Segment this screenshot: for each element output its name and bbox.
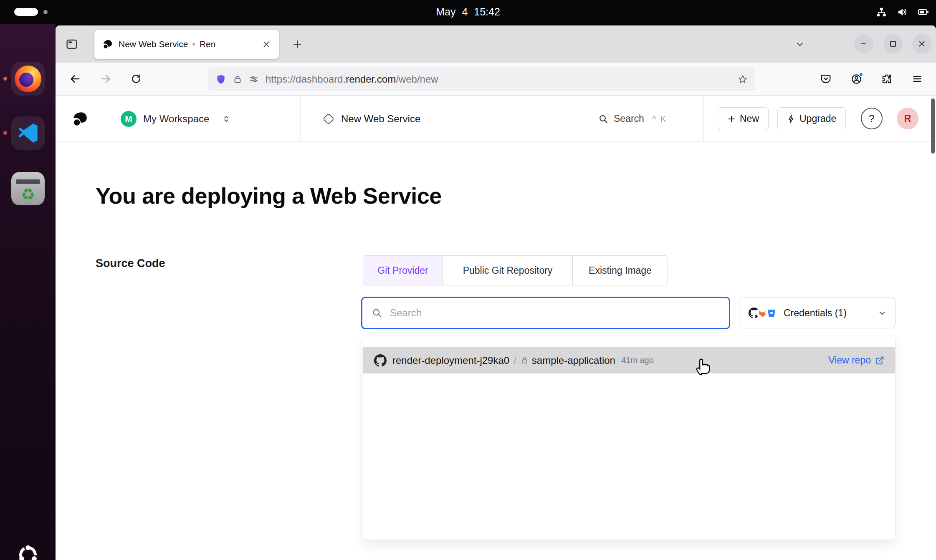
credentials-dropdown[interactable]: Credentials (1): [739, 298, 896, 328]
lightning-bolt-icon: [787, 114, 795, 124]
window-maximize-button[interactable]: [883, 34, 903, 53]
url-bar[interactable]: https://dashboard.render.com/web/new: [208, 67, 755, 91]
credentials-label: Credentials (1): [784, 308, 847, 319]
volume-icon[interactable]: [897, 7, 908, 18]
user-avatar[interactable]: R: [897, 108, 918, 129]
browser-window: New Web Service•Ren: [56, 25, 936, 560]
dock-firefox-icon[interactable]: [11, 62, 45, 96]
tab-title-fade: [232, 39, 254, 49]
dock-ubuntu-icon[interactable]: [11, 538, 45, 560]
source-tabs: Git Provider Public Git Repository Exist…: [363, 255, 668, 285]
tab-strip: New Web Service•Ren: [56, 25, 936, 63]
maximize-icon: [889, 40, 897, 48]
workspace-name: My Workspace: [143, 113, 209, 125]
render-dashboard: M My Workspace New Web Service Search ^ …: [56, 96, 936, 560]
activities-indicator[interactable]: [14, 8, 38, 16]
desktop: May 4 15:42 ♻: [0, 0, 936, 560]
repo-list-panel: render-deployment-j29ka0 / sample-applic…: [363, 336, 896, 540]
search-icon: [372, 308, 382, 318]
chevron-up-down-icon: [222, 114, 231, 124]
header-divider: [703, 96, 704, 142]
tracking-protection-shield-icon[interactable]: [215, 74, 226, 85]
ubuntu-logo: [15, 542, 40, 560]
menu-button[interactable]: [908, 69, 927, 88]
close-icon: [918, 40, 926, 48]
repo-search-input[interactable]: [389, 307, 720, 319]
account-notification-dot: [859, 72, 863, 77]
system-top-bar: May 4 15:42: [0, 0, 936, 24]
chevron-down-icon: [796, 40, 804, 48]
battery-icon[interactable]: [918, 7, 929, 18]
permissions-icon[interactable]: [249, 74, 259, 84]
account-button[interactable]: [847, 69, 866, 88]
service-type-icon: [323, 113, 334, 124]
window-close-button[interactable]: [912, 34, 931, 53]
navigation-toolbar: https://dashboard.render.com/web/new: [56, 63, 936, 96]
scrollbar-thumb[interactable]: [931, 98, 935, 154]
github-icon: [374, 354, 387, 367]
pocket-icon: [820, 73, 831, 84]
page-title: New Web Service: [341, 113, 420, 125]
hamburger-icon: [912, 73, 923, 84]
bitbucket-icon: [765, 307, 778, 319]
new-button[interactable]: New: [718, 107, 769, 130]
browser-tab[interactable]: New Web Service•Ren: [94, 30, 279, 59]
page-body: You are deploying a Web Service Source C…: [56, 142, 936, 560]
tab-public-git-repository[interactable]: Public Git Repository: [443, 255, 573, 285]
reload-button[interactable]: [126, 69, 146, 88]
repo-list-item[interactable]: render-deployment-j29ka0 / sample-applic…: [363, 347, 895, 373]
arrow-left-icon: [69, 73, 81, 85]
tab-close-button[interactable]: [260, 38, 273, 51]
repo-updated-time: 41m ago: [621, 356, 654, 365]
render-logo[interactable]: [56, 96, 105, 142]
render-favicon: [103, 39, 113, 49]
list-tabs-button[interactable]: [790, 35, 810, 54]
search-shortcut: ^ K: [652, 114, 667, 124]
dock-trash-icon[interactable]: ♻: [11, 172, 45, 205]
view-repo-link[interactable]: View repo: [828, 355, 884, 366]
recycle-icon: ♻: [21, 187, 35, 202]
repo-name: sample-application: [532, 355, 615, 366]
workspace-selector[interactable]: M My Workspace: [121, 96, 231, 142]
new-button-label: New: [740, 113, 759, 124]
dock: ♻: [0, 24, 56, 560]
tab-git-provider[interactable]: Git Provider: [363, 255, 443, 285]
firefox-running-dot: [3, 77, 7, 81]
lock-icon[interactable]: [233, 75, 242, 84]
tab-title: New Web Service•Ren: [119, 39, 254, 49]
upgrade-button-label: Upgrade: [799, 113, 836, 124]
chevron-down-icon: [878, 308, 887, 318]
pocket-button[interactable]: [816, 69, 835, 88]
global-search-button[interactable]: Search ^ K: [598, 96, 667, 142]
close-icon: [263, 41, 270, 48]
puzzle-icon: [881, 73, 892, 84]
back-button[interactable]: [66, 69, 85, 88]
repo-search-box: [361, 297, 730, 329]
system-clock[interactable]: May 4 15:42: [436, 0, 500, 24]
system-tray: [876, 0, 929, 24]
dock-vscode-icon[interactable]: [11, 116, 45, 150]
page-heading: You are deploying a Web Service: [96, 183, 442, 209]
tab-existing-image[interactable]: Existing Image: [572, 255, 668, 285]
search-icon: [598, 114, 608, 124]
search-label: Search: [614, 113, 644, 124]
extensions-button[interactable]: [877, 69, 896, 88]
forward-button[interactable]: [96, 69, 115, 88]
provider-icons: [748, 307, 778, 319]
upgrade-button[interactable]: Upgrade: [777, 107, 846, 130]
bookmark-star-icon[interactable]: [738, 74, 748, 84]
workspace-dot: [43, 10, 48, 14]
network-icon[interactable]: [876, 7, 887, 18]
help-button[interactable]: ?: [861, 108, 883, 129]
plus-icon: [727, 115, 736, 123]
repo-owner: render-deployment-j29ka0: [392, 355, 509, 366]
vscode-logo: [16, 121, 40, 145]
firefox-view-button[interactable]: [62, 35, 81, 54]
app-header: M My Workspace New Web Service Search ^ …: [56, 96, 936, 142]
new-tab-button[interactable]: [288, 35, 307, 54]
vscode-running-dot: [3, 131, 7, 135]
workspace-avatar: M: [121, 111, 137, 127]
reload-icon: [131, 73, 142, 84]
arrow-right-icon: [100, 73, 111, 85]
window-minimize-button[interactable]: [854, 34, 873, 53]
